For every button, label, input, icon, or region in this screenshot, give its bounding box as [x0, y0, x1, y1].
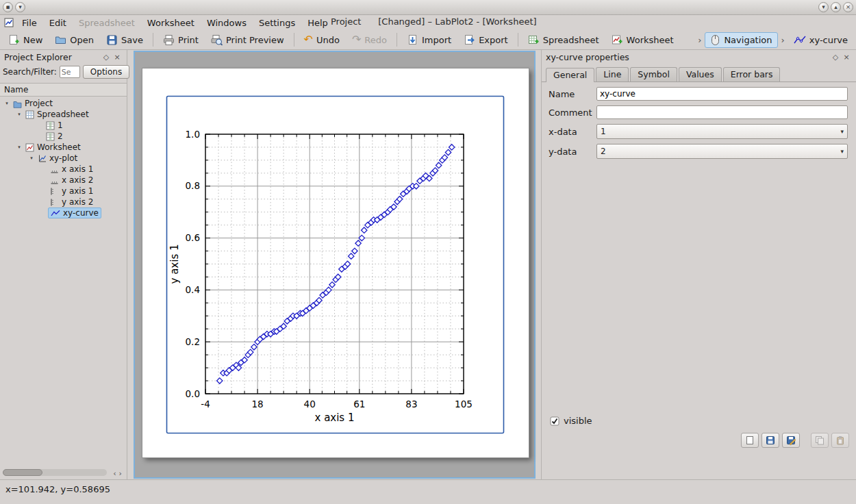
undo-button[interactable]: ↶ Undo	[299, 33, 345, 47]
tree-item-label: Spreadsheet	[37, 110, 89, 119]
tree-item-label: Worksheet	[37, 142, 81, 152]
add-spreadsheet-button[interactable]: Spreadsheet	[523, 32, 605, 48]
xy-curve-icon	[794, 35, 806, 45]
float-panel-icon[interactable]: ◇	[101, 53, 112, 62]
import-button[interactable]: Import	[401, 32, 457, 48]
tree-item-label: xy-curve	[63, 208, 99, 218]
tree-row-project[interactable]: ▾ Project	[0, 98, 127, 109]
column-icon	[46, 121, 55, 130]
chevron-down-icon: ▾	[840, 148, 844, 155]
tree-row-xy-plot[interactable]: ▾ xy-plot	[0, 153, 127, 164]
load-template-button[interactable]	[741, 433, 759, 448]
tab-line[interactable]: Line	[596, 67, 629, 81]
worksheet-icon	[612, 34, 623, 46]
scrollbar-arrows-icon[interactable]: ‹›	[113, 469, 125, 478]
xy-curve-toolbar-button[interactable]: xy-curve	[788, 33, 853, 47]
chevron-down-icon[interactable]: ▾	[27, 155, 36, 161]
worksheet-page[interactable]: -4184061831050.00.20.40.60.81.0x axis 1y…	[142, 68, 529, 457]
svg-text:83: 83	[405, 399, 417, 410]
x-data-value: 1	[601, 127, 606, 136]
redo-button: ↷ Redo	[347, 33, 392, 47]
save-button[interactable]: Save	[101, 32, 149, 48]
comment-label: Comment	[549, 108, 596, 118]
y-data-select[interactable]: 2 ▾	[596, 144, 848, 159]
menu-help[interactable]: Help	[302, 16, 333, 29]
tree-row-x-axis-1[interactable]: x axis 1	[0, 164, 127, 175]
svg-text:0.8: 0.8	[186, 180, 200, 191]
tree-row-spreadsheet[interactable]: ▾ Spreadsheet	[0, 109, 127, 120]
print-preview-icon	[211, 34, 223, 46]
visible-checkbox[interactable]	[550, 416, 559, 426]
axis-icon	[50, 198, 59, 207]
name-row: Name	[549, 87, 848, 101]
toolbar-separator	[518, 33, 518, 47]
axis-icon	[50, 165, 59, 174]
svg-text:61: 61	[353, 399, 365, 410]
minimize-button[interactable]: ▾	[818, 2, 829, 12]
tree-item-label: xy-plot	[49, 153, 77, 163]
name-input[interactable]	[596, 87, 848, 101]
chevron-down-icon[interactable]: ▾	[15, 144, 23, 150]
close-panel-icon[interactable]: ×	[841, 53, 852, 62]
print-button[interactable]: Print	[158, 32, 204, 48]
spreadsheet-icon	[528, 34, 540, 46]
tree-row-worksheet[interactable]: ▾ Worksheet	[0, 142, 127, 153]
spreadsheet-icon	[25, 110, 34, 119]
tree-row-column-1[interactable]: 1	[0, 120, 127, 131]
horizontal-scrollbar[interactable]	[3, 469, 107, 476]
chevron-down-icon[interactable]: ▾	[3, 101, 11, 106]
y-data-row: y-data 2 ▾	[549, 144, 848, 159]
mouse-icon	[710, 34, 720, 46]
title-bar[interactable]: Project [Changed] – LabPlot2 - [Workshee…	[0, 0, 856, 15]
tree-row-y-axis-1[interactable]: y axis 1	[0, 186, 127, 197]
copy-settings-button[interactable]	[811, 433, 829, 448]
search-input[interactable]	[60, 66, 80, 78]
axis-icon	[50, 187, 59, 196]
tab-symbol[interactable]: Symbol	[630, 67, 677, 81]
tree-row-xy-curve[interactable]: xy-curve	[0, 207, 127, 218]
maximize-button[interactable]: ▴	[831, 2, 841, 12]
comment-input[interactable]	[596, 105, 848, 119]
close-panel-icon[interactable]: ×	[112, 53, 123, 62]
float-panel-icon[interactable]: ◇	[830, 53, 841, 62]
tree-row-column-2[interactable]: 2	[0, 131, 127, 142]
navigation-toggle-button[interactable]: Navigation	[705, 32, 777, 48]
save-edit-icon	[786, 436, 796, 445]
open-button[interactable]: Open	[49, 32, 99, 48]
menu-spreadsheet: Spreadsheet	[73, 16, 140, 29]
window-menu-button[interactable]: ▪	[3, 2, 13, 12]
xy-plot-chart[interactable]: -4184061831050.00.20.40.60.81.0x axis 1y…	[142, 68, 529, 457]
chevron-down-icon[interactable]: ▾	[15, 112, 23, 117]
print-preview-button[interactable]: Print Preview	[205, 32, 290, 48]
new-button[interactable]: New	[3, 32, 48, 48]
tree-row-x-axis-2[interactable]: x axis 2	[0, 175, 127, 186]
paste-icon	[835, 436, 845, 445]
menu-file[interactable]: File	[16, 16, 42, 29]
add-worksheet-button[interactable]: Worksheet	[606, 32, 679, 48]
tab-values[interactable]: Values	[679, 67, 722, 81]
worksheet-view[interactable]: -4184061831050.00.20.40.60.81.0x axis 1y…	[134, 51, 536, 479]
menu-windows[interactable]: Windows	[201, 16, 252, 29]
paste-settings-button[interactable]	[831, 433, 849, 448]
scrollbar-thumb[interactable]	[3, 469, 42, 476]
window-shade-button[interactable]: ▾	[15, 2, 25, 12]
export-button[interactable]: Export	[458, 32, 514, 48]
toolbar-overflow-icon[interactable]: ›	[779, 35, 787, 45]
options-button[interactable]: Options	[83, 65, 129, 79]
status-bar: x=101.942, y=0.58695	[0, 479, 856, 504]
menu-edit[interactable]: Edit	[44, 16, 72, 29]
tree-row-y-axis-2[interactable]: y axis 2	[0, 197, 127, 207]
toolbar-overflow-icon[interactable]: ›	[696, 35, 703, 45]
x-data-select[interactable]: 1 ▾	[596, 124, 848, 139]
menu-settings[interactable]: Settings	[253, 16, 301, 29]
tab-error-bars[interactable]: Error bars	[723, 67, 781, 81]
save-template-button[interactable]	[761, 433, 779, 448]
tree-item-label: y axis 2	[62, 197, 93, 207]
tree-item-label: Project	[25, 99, 53, 108]
tab-general[interactable]: General	[546, 68, 594, 82]
close-button[interactable]: ×	[843, 2, 853, 12]
project-tree: ▾ Project ▾ Spreadsheet 1 2 ▾	[0, 97, 127, 218]
menu-worksheet[interactable]: Worksheet	[142, 16, 200, 29]
svg-text:0.0: 0.0	[186, 388, 200, 399]
save-default-button[interactable]	[782, 433, 800, 448]
